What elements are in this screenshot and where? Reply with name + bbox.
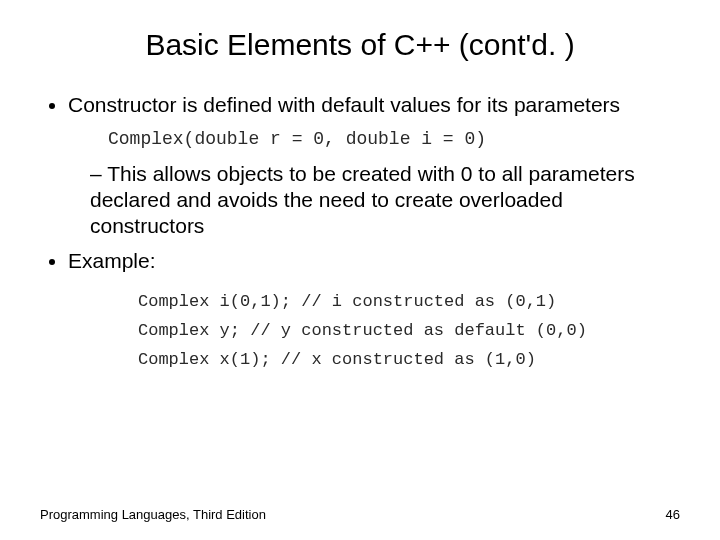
sub-bullet-1: This allows objects to be created with 0… <box>90 161 680 240</box>
bullet-2: Example: Complex i(0,1); // i constructe… <box>68 248 680 375</box>
code-example: Complex i(0,1); // i constructed as (0,1… <box>138 288 680 375</box>
code-line-3: Complex x(1); // x constructed as (1,0) <box>138 350 536 369</box>
sub-bullet-list: This allows objects to be created with 0… <box>68 161 680 240</box>
slide-title: Basic Elements of C++ (cont'd. ) <box>40 28 680 62</box>
bullet-1-text: Constructor is defined with default valu… <box>68 93 620 116</box>
sub-bullet-1-text: This allows objects to be created with 0… <box>90 162 635 238</box>
slide: Basic Elements of C++ (cont'd. ) Constru… <box>0 0 720 540</box>
footer-page-number: 46 <box>666 507 680 522</box>
bullet-2-text: Example: <box>68 249 156 272</box>
code-line-1: Complex i(0,1); // i constructed as (0,1… <box>138 292 556 311</box>
code-constructor: Complex(double r = 0, double i = 0) <box>108 128 680 151</box>
code-line-2: Complex y; // y constructed as default (… <box>138 321 587 340</box>
footer: Programming Languages, Third Edition 46 <box>40 507 680 522</box>
bullet-list: Constructor is defined with default valu… <box>40 92 680 374</box>
bullet-1: Constructor is defined with default valu… <box>68 92 680 240</box>
footer-left: Programming Languages, Third Edition <box>40 507 266 522</box>
